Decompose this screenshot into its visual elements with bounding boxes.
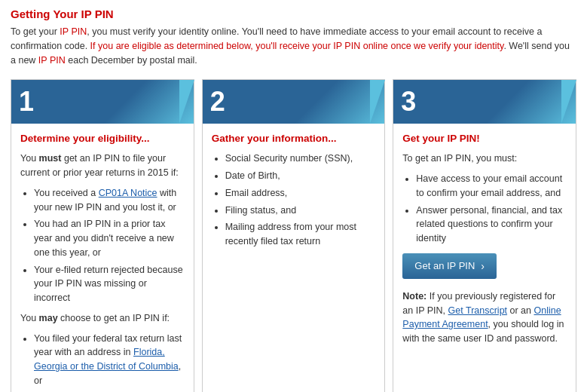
header-section: Getting Your IP PIN To get your IP PIN, … — [11, 8, 576, 67]
col-1-number: 1 — [19, 88, 34, 115]
intro-text: To get your IP PIN, you must verify your… — [11, 25, 576, 67]
list-item: Email address, — [225, 186, 376, 201]
list-item: Filing status, and — [225, 204, 376, 218]
col-2-body: Gather your information... Social Securi… — [203, 133, 385, 249]
col-3-heading: Get your IP PIN! — [402, 133, 567, 144]
col-3-list: Have access to your email account to con… — [402, 172, 567, 246]
list-item: Date of Birth, — [225, 169, 376, 183]
list-item: You filed your federal tax return last y… — [34, 332, 185, 388]
col-2-number: 2 — [210, 88, 225, 115]
list-item: Have access to your email account to con… — [416, 172, 567, 201]
note-label: Note: — [402, 291, 426, 302]
col-2-info-list: Social Security number (SSN), Date of Bi… — [212, 152, 376, 249]
get-transcript-link[interactable]: Get Transcript — [448, 305, 508, 316]
col-2-header: 2 — [203, 80, 385, 124]
column-2: 2 Gather your information... Social Secu… — [202, 79, 386, 392]
col-1-heading: Determine your eligibility... — [20, 133, 185, 144]
col-3-number: 3 — [401, 88, 416, 115]
get-ip-pin-button[interactable]: Get an IP PIN › — [402, 253, 497, 279]
btn-label: Get an IP PIN — [414, 260, 475, 271]
col-2-heading: Gather your information... — [212, 133, 376, 144]
col-1-may-text: You may choose to get an IP PIN if: — [20, 311, 185, 326]
col-3-header: 3 — [393, 80, 576, 124]
col-1-must-list: You received a CP01A Notice with your ne… — [20, 186, 185, 305]
list-item: Answer personal, financial, and tax rela… — [416, 204, 567, 246]
list-item: Your e-filed return rejected because you… — [34, 263, 185, 305]
highlight-intro: If you are eligible as determined below,… — [90, 41, 504, 51]
chevron-right-icon: › — [481, 260, 485, 272]
col-1-header: 1 — [11, 80, 194, 124]
col-3-intro: To get an IP PIN, you must: — [402, 152, 567, 166]
ip-pin-ref-2: IP PIN — [333, 41, 360, 51]
col-1-body: Determine your eligibility... You must g… — [11, 133, 194, 392]
list-item: You had an IP PIN in a prior tax year an… — [34, 217, 185, 259]
note-paragraph: Note: If you previously registered for a… — [402, 289, 567, 346]
ip-pin-ref-3: IP PIN — [38, 55, 66, 66]
col-3-body: Get your IP PIN! To get an IP PIN, you m… — [393, 133, 576, 346]
cp01a-notice-link[interactable]: CP01A Notice — [99, 188, 157, 198]
florida-georgia-dc-link[interactable]: Florida, Georgia or the District of Colu… — [34, 347, 179, 372]
list-item: Social Security number (SSN), — [225, 152, 376, 166]
col-1-may-list: You filed your federal tax return last y… — [20, 332, 185, 393]
list-item: Mailing address from your most recently … — [225, 220, 376, 249]
column-1: 1 Determine your eligibility... You must… — [11, 79, 194, 392]
page-title: Getting Your IP PIN — [11, 8, 576, 20]
col-1-must-text: You must get an IP PIN to file your curr… — [20, 152, 185, 180]
columns-container: 1 Determine your eligibility... You must… — [11, 79, 576, 392]
column-3: 3 Get your IP PIN! To get an IP PIN, you… — [393, 79, 576, 392]
ip-pin-ref-1: IP PIN — [60, 26, 87, 37]
list-item: You received a CP01A Notice with your ne… — [34, 186, 185, 215]
